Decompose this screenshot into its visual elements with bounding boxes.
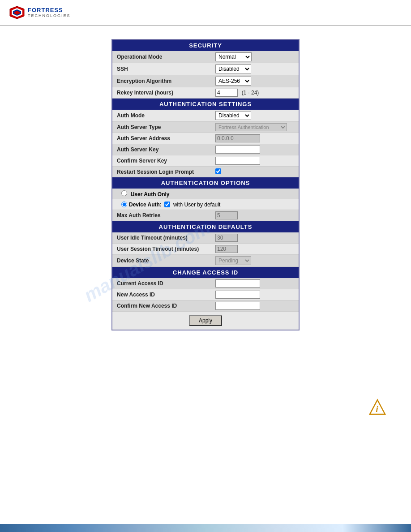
encryption-algorithm-select[interactable]: AES-256 AES-128 3DES [215,77,251,86]
user-auth-only-label: User Auth Only [131,191,170,197]
max-auth-retries-control [215,211,294,219]
new-access-id-label: New Access ID [117,292,215,298]
apply-row: Apply [112,312,299,330]
confirm-server-key-input[interactable] [215,157,260,165]
current-access-id-label: Current Access ID [117,280,215,287]
operational-mode-row: Operational Mode Normal Encrypted [112,51,299,63]
logo: FORTRESS TECHNOLOGIES [9,4,71,21]
restart-session-row: Restart Session Login Prompt [112,167,299,177]
auth-mode-row: Auth Mode Disabled Enabled [112,110,299,122]
user-session-timeout-control [215,245,294,253]
user-idle-timeout-control [215,234,294,242]
auth-server-key-control [215,146,294,154]
restart-session-checkbox[interactable] [215,168,221,174]
max-auth-retries-input[interactable] [215,211,238,219]
device-auth-radio[interactable] [121,202,127,207]
device-auth-with-user-checkbox[interactable] [164,202,170,207]
auth-server-type-select[interactable]: Fortress Authentication RADIUS [215,123,287,131]
auth-server-type-row: Auth Server Type Fortress Authentication… [112,122,299,133]
auth-mode-select[interactable]: Disabled Enabled [215,111,251,120]
encryption-algorithm-label: Encryption Algorithm [117,78,215,84]
auth-mode-label: Auth Mode [117,112,215,119]
fortress-logo-icon [9,4,25,21]
auth-server-key-row: Auth Server Key [112,144,299,155]
confirm-new-access-id-row: Confirm New Access ID [112,300,299,312]
rekey-interval-control: (1 - 24) [215,89,294,97]
rekey-interval-label: Rekey Interval (hours) [117,90,215,96]
auth-server-address-row: Auth Server Address [112,133,299,144]
bottom-bar [0,524,411,532]
operational-mode-label: Operational Mode [117,54,215,60]
auth-server-address-control [215,134,294,142]
current-access-id-input[interactable] [215,279,260,287]
confirm-server-key-control [215,157,294,165]
user-idle-timeout-label: User Idle Timeout (minutes) [117,235,215,241]
auth-defaults-header: AUTHENTICATION DEFAULTS [112,221,299,232]
user-session-timeout-label: User Session Timeout (minutes) [117,246,215,252]
user-session-timeout-row: User Session Timeout (minutes) [112,244,299,255]
user-auth-only-radio[interactable] [121,190,127,196]
new-access-id-row: New Access ID [112,289,299,300]
confirm-new-access-id-input[interactable] [215,302,260,310]
confirm-server-key-label: Confirm Server Key [117,158,215,164]
current-access-id-row: Current Access ID [112,278,299,289]
device-state-select[interactable]: Pending Active [215,256,251,265]
device-auth-control: Device Auth: with User by default [121,202,294,208]
auth-server-address-input[interactable] [215,134,260,142]
security-panel: SECURITY Operational Mode Normal Encrypt… [111,39,300,330]
change-access-id-header: CHANGE ACCESS ID [112,267,299,278]
rekey-interval-hint: (1 - 24) [242,90,259,96]
confirm-new-access-id-control [215,302,294,310]
max-auth-retries-label: Max Auth Retries [117,212,215,219]
logo-text: FORTRESS TECHNOLOGIES [28,7,71,18]
auth-server-type-control: Fortress Authentication RADIUS [215,123,294,131]
device-state-control: Pending Active [215,256,294,265]
auth-server-key-label: Auth Server Key [117,146,215,153]
ssh-control: Disabled Enabled [215,64,294,73]
auth-mode-control: Disabled Enabled [215,111,294,120]
auth-options-header: AUTHENTICATION OPTIONS [112,177,299,189]
user-idle-timeout-input[interactable] [215,234,238,242]
operational-mode-control: Normal Encrypted [215,52,294,61]
operational-mode-select[interactable]: Normal Encrypted [215,52,252,61]
user-idle-timeout-row: User Idle Timeout (minutes) [112,232,299,244]
device-state-row: Device State Pending Active [112,255,299,267]
new-access-id-control [215,291,294,299]
security-section-header: SECURITY [112,40,299,51]
auth-server-key-input[interactable] [215,146,260,154]
max-auth-retries-row: Max Auth Retries [112,210,299,221]
info-icon-container: i [368,399,386,418]
device-auth-row: Device Auth: with User by default [112,199,299,210]
device-state-label: Device State [117,257,215,264]
info-icon: i [368,399,386,416]
user-auth-only-row: User Auth Only [112,189,299,199]
confirm-server-key-row: Confirm Server Key [112,155,299,167]
device-auth-label: Device Auth: [129,202,162,208]
restart-session-control [215,168,294,176]
rekey-interval-input[interactable] [215,89,238,97]
user-auth-only-control: User Auth Only [121,190,294,197]
encryption-algorithm-control: AES-256 AES-128 3DES [215,77,294,86]
restart-session-label: Restart Session Login Prompt [117,169,215,175]
user-session-timeout-input[interactable] [215,245,238,253]
page-header: FORTRESS TECHNOLOGIES [0,0,411,26]
apply-button[interactable]: Apply [189,315,222,326]
ssh-select[interactable]: Disabled Enabled [215,64,251,73]
encryption-algorithm-row: Encryption Algorithm AES-256 AES-128 3DE… [112,75,299,87]
ssh-label: SSH [117,66,215,72]
auth-server-type-label: Auth Server Type [117,124,215,130]
confirm-new-access-id-label: Confirm New Access ID [117,303,215,309]
new-access-id-input[interactable] [215,291,260,299]
with-default-text: with User by default [173,202,220,208]
ssh-row: SSH Disabled Enabled [112,63,299,75]
auth-server-address-label: Auth Server Address [117,135,215,142]
main-content: SECURITY Operational Mode Normal Encrypt… [0,26,411,344]
auth-settings-header: AUTHENTICATION SETTINGS [112,99,299,110]
current-access-id-control [215,279,294,287]
rekey-interval-row: Rekey Interval (hours) (1 - 24) [112,87,299,99]
